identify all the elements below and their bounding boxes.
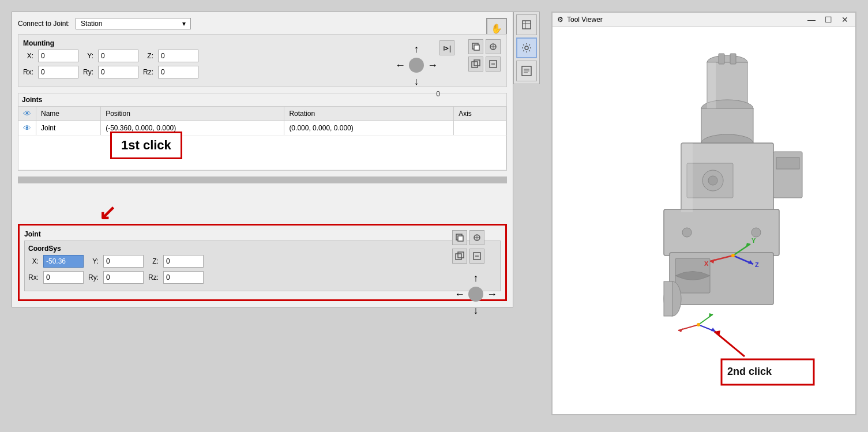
nav-icon-btn[interactable]: ⊳| [439,40,454,55]
td-eye: 👁 [18,121,36,136]
move-down-btn[interactable]: ↓ [409,74,424,89]
z-input[interactable] [158,50,198,62]
td-rotation: (0.000, 0.000, 0.000) [284,121,454,136]
joint-y-input[interactable] [103,255,144,268]
svg-point-36 [708,176,717,185]
joint-move-up-btn[interactable]: ↑ [468,271,483,286]
nav-icon-area: ⊳| [439,40,454,55]
rz-input[interactable] [158,66,198,78]
icon-row-bottom [468,57,501,72]
svg-text:Y: Y [751,237,756,244]
side-btn-tool[interactable] [516,14,537,35]
svg-rect-5 [472,62,478,67]
rz-label: Rz: [143,68,153,76]
rx-label: Rx: [23,68,33,76]
ry-label: Ry: [83,68,93,76]
svg-rect-38 [776,157,799,169]
ry-input[interactable] [98,66,138,78]
svg-rect-66 [681,143,693,212]
joint-section-inner: CoordSys X: Y: Z: Rx: Ry: Rz: [24,241,501,291]
move-up-btn[interactable]: ↑ [409,42,424,57]
joint-icon-btn-3[interactable] [452,249,467,264]
tool-3d-viewer[interactable]: X Y Z [560,36,848,405]
move-left-btn[interactable]: ← [393,58,408,73]
svg-point-40 [682,228,692,237]
close-button[interactable]: ✕ [839,15,851,24]
horizontal-scrollbar[interactable] [18,176,507,183]
scrollbar-thumb [18,177,506,183]
joints-table: 👁 Name Position Rotation Axis 👁 Joint [18,107,506,170]
svg-rect-6 [474,60,480,66]
joint-move-down-btn[interactable]: ↓ [468,303,483,318]
joint-ry-input[interactable] [103,271,144,284]
svg-text:2nd click: 2nd click [727,366,772,377]
tool-viewer-title-text: Tool Viewer [567,16,603,24]
joint-icon-btn-4[interactable] [469,249,484,264]
joint-row-xyz: X: Y: Z: [28,255,497,268]
first-click-annotation-area: 1st click ↙ [18,189,507,224]
restore-button[interactable]: ☐ [822,15,835,24]
move-right-btn[interactable]: → [425,58,440,73]
joint-move-control: ↑ ← → ↓ [452,271,499,318]
connect-select[interactable]: Station ▾ [76,18,191,29]
icon-row-top [468,39,501,54]
joint-icon-btn-2[interactable] [469,230,484,245]
side-toolbar [513,12,540,84]
y-input[interactable] [98,50,138,62]
viewer-content: X Y Z [553,27,855,414]
joint-icon-btn-1[interactable] [452,230,467,245]
icon-btn-1[interactable] [468,39,483,54]
left-panel: Connect to Joint: Station ▾ ✋ Mounting X… [12,12,513,307]
icon-btn-4[interactable] [486,57,501,72]
joint-rx-input[interactable] [43,271,84,284]
rx-input[interactable] [38,66,78,78]
joint-rz-input[interactable] [163,271,204,284]
connect-label: Connect to Joint: [18,20,70,28]
joint-move-right-btn[interactable]: → [484,287,499,302]
y-label: Y: [83,52,93,60]
joint-x-label: X: [28,257,39,265]
first-click-arrow: ↙ [99,201,116,225]
joint-x-input[interactable] [43,255,84,268]
th-position: Position [101,107,284,121]
side-btn-settings[interactable] [516,37,537,58]
tool-viewer-panel: ⚙ Tool Viewer — ☐ ✕ [551,12,856,415]
joint-icon-row-top [452,230,499,245]
joint-move-left-btn[interactable]: ← [452,287,467,302]
coordsys-label: CoordSys [28,245,497,253]
chevron-down-icon: ▾ [182,20,186,28]
svg-point-21 [525,46,528,50]
joint-row-rxryrz: Rx: Ry: Rz: [28,271,497,284]
joints-section: Joints 👁 Name Position Rotation Axis [18,93,507,171]
icon-btn-3[interactable] [468,57,483,72]
move-center-icon [409,58,424,73]
minimize-button[interactable]: — [805,15,818,24]
tool-viewer-title-area: ⚙ Tool Viewer [557,16,603,24]
z-label: Z: [143,52,153,60]
joint-ry-label: Ry: [88,273,99,281]
eye-header-icon[interactable]: 👁 [23,109,31,118]
td-axis [454,121,506,136]
x-label: X: [23,52,33,60]
svg-rect-1 [474,45,479,50]
joint-z-input[interactable] [163,255,204,268]
joint-move-center-icon [468,287,483,302]
joint-icon-row-bottom [452,249,499,264]
svg-rect-39 [664,209,779,256]
tool-viewer-titlebar: ⚙ Tool Viewer — ☐ ✕ [553,13,855,27]
svg-rect-15 [458,252,464,258]
joint-rx-label: Rx: [28,273,39,281]
icon-btn-2[interactable] [486,39,501,54]
side-btn-checklist[interactable] [516,61,537,81]
joint-y-label: Y: [88,257,99,265]
x-input[interactable] [38,50,78,62]
svg-rect-14 [456,254,461,260]
joint-rz-label: Rz: [148,273,159,281]
svg-text:Z: Z [755,261,759,268]
move-control-mounting: ↑ ← → ↓ 0 [393,42,440,98]
tool-viewer-icon: ⚙ [557,16,563,24]
table-row[interactable]: 👁 Joint (-50.360, 0.000, 0.000) (0.000, … [18,121,506,136]
mounting-section: Mounting X: Y: Z: Rx: Ry: Rz: ⊳| [18,34,507,87]
th-eye: 👁 [18,107,36,121]
eye-row-icon[interactable]: 👁 [23,123,31,133]
